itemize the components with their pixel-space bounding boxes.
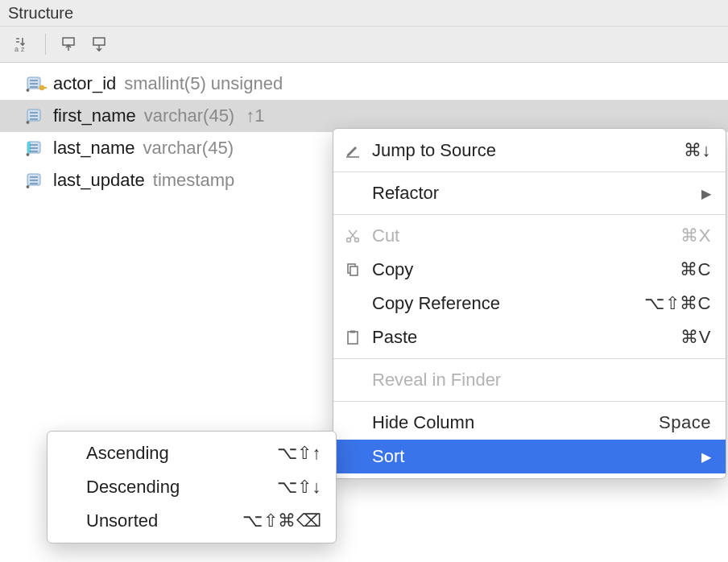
column-type: timestamp (153, 170, 234, 191)
context-menu: Jump to Source ⌘↓ Refactor ▶ Cut ⌘X Copy… (333, 128, 726, 479)
sort-alpha-button[interactable]: a z (11, 33, 34, 56)
menu-shortcut: ⌘C (680, 259, 711, 280)
menu-shortcut: ⌘V (680, 327, 711, 348)
menu-shortcut: ⌥⇧↑ (277, 443, 322, 464)
column-type: smallint(5) unsigned (124, 73, 283, 94)
primary-key-column-icon (26, 75, 47, 93)
svg-point-21 (27, 153, 30, 156)
menu-item-sort-unsorted[interactable]: Unsorted ⌥⇧⌘⌫ (48, 504, 336, 538)
svg-point-15 (27, 121, 30, 124)
menu-item-refactor[interactable]: Refactor ▶ (333, 176, 726, 210)
menu-label: Sort (372, 446, 692, 467)
column-name: last_name (53, 138, 135, 159)
svg-text:a: a (14, 45, 19, 53)
menu-item-copy-reference[interactable]: Copy Reference ⌥⇧⌘C (333, 287, 726, 320)
column-sort-indicator: ↑1 (246, 105, 264, 126)
svg-rect-2 (63, 38, 74, 45)
panel-header: Structure (0, 0, 728, 27)
column-type: varchar(45) (144, 105, 234, 126)
svg-text:z: z (21, 45, 25, 53)
svg-point-26 (27, 185, 30, 188)
menu-item-hide-column[interactable]: Hide Column Space (333, 406, 726, 440)
column-name: actor_id (53, 73, 116, 94)
svg-point-29 (355, 238, 359, 242)
menu-separator (333, 171, 726, 172)
svg-point-28 (347, 238, 351, 242)
menu-separator (333, 358, 726, 359)
column-name: first_name (53, 105, 136, 126)
menu-separator (333, 214, 726, 215)
menu-label: Copy Reference (372, 293, 635, 314)
menu-item-reveal-finder[interactable]: Reveal in Finder (333, 363, 726, 397)
menu-item-sort-ascending[interactable]: Ascending ⌥⇧↑ (48, 436, 336, 470)
sort-submenu: Ascending ⌥⇧↑ Descending ⌥⇧↓ Unsorted ⌥⇧… (47, 431, 337, 543)
expand-all-button[interactable] (57, 33, 80, 56)
column-icon (26, 107, 47, 125)
menu-shortcut: ⌥⇧⌘⌫ (242, 510, 321, 531)
menu-separator (333, 401, 726, 402)
paste-icon (343, 329, 362, 345)
menu-item-sort[interactable]: Sort ▶ (333, 440, 726, 473)
copy-icon (343, 262, 362, 278)
column-row-first-name[interactable]: first_name varchar(45) ↑1 (0, 100, 728, 132)
svg-rect-31 (350, 267, 358, 275)
column-icon (26, 171, 47, 189)
svg-rect-33 (350, 331, 355, 333)
collapse-all-button[interactable] (88, 33, 110, 56)
menu-item-paste[interactable]: Paste ⌘V (333, 320, 726, 354)
menu-item-copy[interactable]: Copy ⌘C (333, 253, 726, 287)
menu-label: Refactor (372, 183, 692, 204)
toolbar-separator (45, 34, 46, 55)
menu-label: Jump to Source (372, 140, 674, 161)
column-name: last_update (53, 170, 145, 191)
cut-icon (343, 228, 362, 244)
menu-item-cut[interactable]: Cut ⌘X (333, 219, 726, 253)
menu-item-jump-to-source[interactable]: Jump to Source ⌘↓ (333, 134, 726, 167)
menu-shortcut: Space (659, 412, 711, 433)
menu-label: Hide Column (372, 412, 649, 433)
column-row-actor-id[interactable]: actor_id smallint(5) unsigned (0, 68, 728, 100)
menu-label: Paste (372, 327, 671, 348)
menu-label: Copy (372, 259, 670, 280)
menu-shortcut: ⌥⇧↓ (277, 477, 322, 498)
svg-point-10 (27, 89, 30, 92)
menu-label: Descending (86, 477, 267, 498)
svg-rect-32 (348, 332, 358, 344)
menu-shortcut: ⌥⇧⌘C (644, 293, 711, 314)
menu-label: Unsorted (86, 510, 233, 531)
edit-icon (343, 143, 362, 159)
menu-item-sort-descending[interactable]: Descending ⌥⇧↓ (48, 470, 336, 504)
menu-shortcut: ⌘↓ (684, 140, 711, 161)
menu-label: Ascending (86, 443, 267, 464)
menu-shortcut: ⌘X (680, 225, 711, 246)
svg-rect-9 (43, 87, 47, 89)
submenu-arrow-icon: ▶ (701, 449, 711, 465)
column-type: varchar(45) (143, 138, 234, 159)
indexed-column-icon (26, 139, 47, 157)
menu-label: Reveal in Finder (372, 370, 711, 391)
panel-title: Structure (8, 4, 73, 22)
menu-label: Cut (372, 225, 671, 246)
svg-rect-3 (93, 38, 105, 45)
submenu-arrow-icon: ▶ (701, 186, 711, 201)
toolbar: a z (0, 27, 728, 63)
